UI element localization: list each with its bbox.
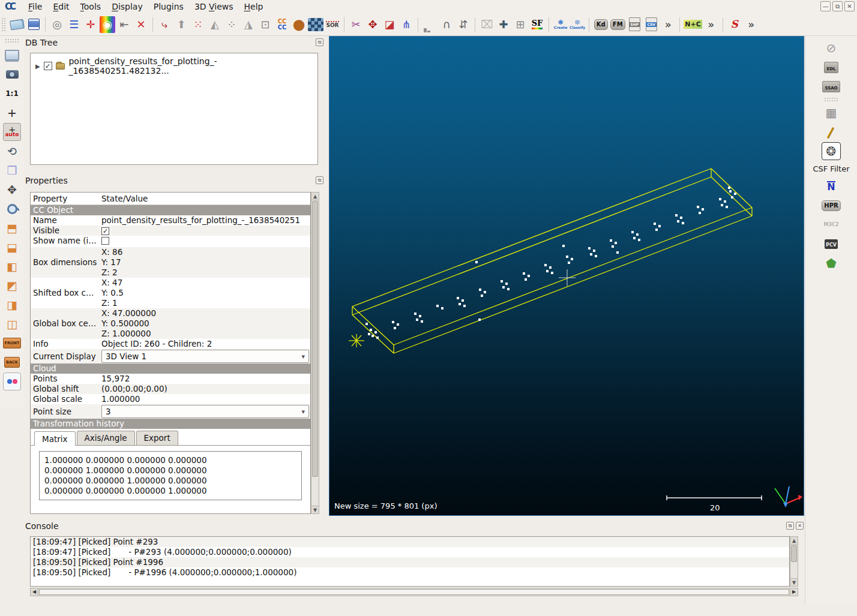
view-left-icon[interactable]: ◧	[3, 257, 21, 275]
toolbar-overflow-icon[interactable]: »	[660, 16, 676, 33]
normals-n-icon[interactable]: N	[822, 178, 841, 196]
trash-icon[interactable]: ⌧	[479, 16, 495, 33]
view-front-icon[interactable]: ⬓	[3, 238, 21, 256]
pan-icon[interactable]: ✥	[3, 181, 21, 199]
zoom-magnifier-icon[interactable]	[3, 200, 21, 218]
shp-export-icon[interactable]: SHP	[627, 16, 642, 33]
screenshot-icon[interactable]	[3, 65, 21, 83]
clean-broom-icon[interactable]: ❙	[819, 119, 844, 145]
rotate-view-icon[interactable]: ⟲	[3, 142, 21, 160]
menu-display[interactable]: Display	[106, 1, 148, 12]
scroll-thumb[interactable]	[312, 201, 318, 477]
scroll-down-icon[interactable]: ▼	[790, 578, 798, 586]
hpr-icon[interactable]: HPR	[822, 197, 841, 215]
compass-icon[interactable]: ❂	[822, 142, 841, 160]
cross-section-icon[interactable]: ◪	[382, 16, 397, 33]
tab-export[interactable]: Export	[136, 431, 178, 445]
clone-icon[interactable]: ◉	[100, 16, 115, 33]
clay-primitive-icon[interactable]: ⬤	[291, 16, 307, 33]
calculator-icon[interactable]: ⊞	[513, 16, 528, 33]
properties-scrollbar[interactable]: ▲ ▼	[311, 192, 319, 514]
menu-edit[interactable]: Edit	[47, 1, 74, 12]
back-view-marker[interactable]: BACK	[3, 353, 21, 371]
statistics-icon[interactable]: ∩	[439, 16, 454, 33]
scalar-field-icon[interactable]: SF	[529, 16, 545, 33]
delete-icon[interactable]: ✕	[133, 16, 149, 33]
canupo-classify-icon[interactable]: ❊Classify	[570, 16, 585, 33]
restore-button[interactable]: ⧉	[832, 1, 843, 11]
menu-help[interactable]: Help	[239, 1, 269, 12]
m3c2-icon[interactable]: M3C2	[822, 216, 841, 234]
expand-arrow-icon[interactable]: ▶	[35, 63, 40, 70]
console-float-button[interactable]: ⧉	[786, 522, 794, 530]
minimize-button[interactable]: —	[820, 1, 831, 11]
canupo-create-icon[interactable]: ❋Create	[553, 16, 568, 33]
spline-icon[interactable]: S	[727, 16, 742, 33]
properties-list-icon[interactable]: ☰	[66, 16, 82, 33]
menu-plugins[interactable]: Plugins	[148, 1, 189, 12]
checkbox[interactable]: ✓	[101, 227, 109, 235]
scroll-down-icon[interactable]: ▼	[311, 506, 319, 513]
checkbox[interactable]	[101, 237, 109, 245]
open-icon[interactable]	[9, 16, 25, 33]
no-shader-icon[interactable]: ⊘	[822, 39, 841, 57]
scroll-left-icon[interactable]: ◀	[31, 588, 38, 596]
poisson-recon-icon[interactable]: ⬟	[822, 254, 841, 272]
segment-scissors-icon[interactable]: ✂	[348, 16, 364, 33]
add-icon[interactable]: ✚	[496, 16, 511, 33]
apply-transformation-icon[interactable]: ⇤	[116, 16, 132, 33]
view-iso-icon[interactable]: ◩	[3, 277, 21, 295]
dbtree-float-button[interactable]: ⧉	[316, 38, 323, 46]
tab-axis-angle[interactable]: Axis/Angle	[77, 431, 135, 445]
subsample-icon[interactable]: ⁙	[190, 16, 206, 33]
translate-rotate-icon[interactable]: ✥	[365, 16, 380, 33]
cloud-compare-icon[interactable]: CC	[274, 16, 290, 33]
console-vscrollbar[interactable]: ▲ ▼	[790, 536, 798, 587]
toolbar-overflow3-icon[interactable]: »	[744, 16, 759, 33]
stereo-glasses-icon[interactable]	[3, 372, 21, 390]
front-view-marker[interactable]: FRONT	[3, 334, 21, 352]
edl-shader-icon[interactable]: EDL	[822, 58, 841, 76]
mesh-sampling-icon[interactable]: ◭	[207, 16, 223, 33]
view-right-icon[interactable]: ◨	[3, 296, 21, 314]
facets-fm-icon[interactable]: FM	[610, 16, 625, 33]
menu-file[interactable]: File	[23, 1, 47, 12]
scroll-thumb[interactable]	[791, 545, 797, 562]
dbtree-item-checkbox[interactable]: ✓	[44, 62, 52, 70]
point-picking-icon[interactable]: ✛	[83, 16, 98, 33]
pcv-icon[interactable]: PCV	[822, 235, 841, 253]
perspective-cube-icon[interactable]: ❒	[3, 161, 21, 179]
toolbar-overflow2-icon[interactable]: »	[703, 16, 719, 33]
3d-view[interactable]: New size = 795 * 801 (px) 20	[329, 36, 804, 516]
histogram-icon[interactable]	[422, 17, 438, 32]
dropdown[interactable]: 3D View 1▾	[101, 350, 309, 363]
kd-tree-icon[interactable]: Kd	[593, 16, 609, 33]
view-top-icon[interactable]: ⬒	[3, 219, 21, 237]
close-button[interactable]: ✕	[844, 1, 855, 11]
register-icon[interactable]: ⤷	[157, 16, 172, 33]
octree-icon[interactable]: ⊡	[257, 16, 273, 33]
menu-tools[interactable]: Tools	[75, 1, 107, 12]
dropdown[interactable]: 3▾	[101, 405, 309, 418]
sor-filter-icon[interactable]: SOR	[325, 16, 340, 33]
scroll-right-icon[interactable]: ▶	[790, 588, 798, 596]
auto-pick-center-icon[interactable]: auto	[3, 123, 21, 141]
zoom-1-1-icon[interactable]: 1:1	[3, 85, 21, 103]
save-icon[interactable]	[26, 16, 41, 33]
pick-rotation-point-icon[interactable]: +	[3, 104, 21, 122]
scroll-thumb[interactable]	[39, 589, 789, 595]
scroll-up-icon[interactable]: ▲	[311, 193, 319, 200]
align-icon[interactable]: ⬆	[173, 16, 189, 33]
scroll-up-icon[interactable]: ▲	[790, 537, 798, 545]
normals-cloud-icon[interactable]: N+C	[684, 16, 702, 33]
noise-filter-icon[interactable]: ⁘	[224, 16, 239, 33]
console-close-button[interactable]: ✕	[796, 522, 804, 530]
ssao-shader-icon[interactable]: SSAO	[822, 77, 841, 95]
csv-export-icon[interactable]: CSV	[643, 16, 659, 33]
level-icon[interactable]: ⋔	[398, 16, 414, 33]
menu-3d-views[interactable]: 3D Views	[189, 1, 239, 12]
left-grip[interactable]	[5, 38, 19, 43]
normals-computation-icon[interactable]: ◮	[241, 16, 256, 33]
dbtree-item[interactable]: ▶ ✓ point_density_results_for_plotting_-…	[31, 53, 317, 76]
minmax-filter-icon[interactable]: ⇵	[456, 16, 471, 33]
